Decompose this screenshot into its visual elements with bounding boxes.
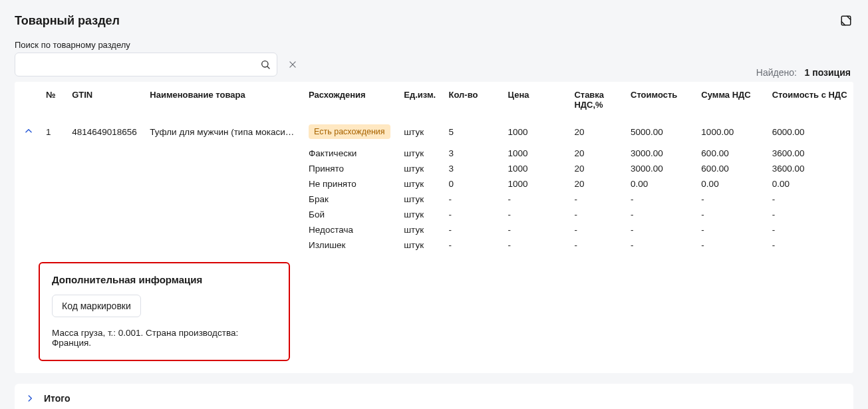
subrow-unit: штук xyxy=(398,161,443,176)
table-subrow: Излишекштук------ xyxy=(15,237,853,253)
subrow-unit: штук xyxy=(398,207,443,222)
table-subrow: Фактическиштук31000203000.00600.003600.0… xyxy=(15,146,853,161)
table-subrow: Бракштук------ xyxy=(15,192,853,207)
subrow-qty: - xyxy=(444,237,503,253)
subrow-vat: - xyxy=(569,207,625,222)
col-name: Наименование товара xyxy=(144,82,303,118)
discrepancy-badge: Есть расхождения xyxy=(309,124,390,139)
found-label: Найдено: xyxy=(756,67,797,78)
subrow-total: - xyxy=(767,207,853,222)
section-title: Товарный раздел xyxy=(15,14,120,28)
subrow-price: - xyxy=(503,192,569,207)
cell-unit: штук xyxy=(398,118,443,146)
subrow-unit: штук xyxy=(398,222,443,237)
svg-line-2 xyxy=(267,67,269,68)
totals-label: Итого xyxy=(44,393,70,404)
col-cost: Стоимость xyxy=(625,82,696,118)
subrow-total: 3600.00 xyxy=(767,146,853,161)
cell-vatsum: 1000.00 xyxy=(696,118,766,146)
subrow-qty: 3 xyxy=(444,146,503,161)
subrow-vat: - xyxy=(569,237,625,253)
subrow-qty: - xyxy=(444,207,503,222)
search-input[interactable] xyxy=(15,53,277,76)
subrow-cost: - xyxy=(625,207,696,222)
subrow-label: Недостача xyxy=(303,222,398,237)
cell-no: 1 xyxy=(41,118,67,146)
col-no: № xyxy=(41,82,67,118)
subrow-vatsum: 600.00 xyxy=(696,146,766,161)
col-unit: Ед.изм. xyxy=(398,82,443,118)
subrow-qty: - xyxy=(444,222,503,237)
col-vat: Ставка НДС,% xyxy=(569,82,625,118)
subrow-price: - xyxy=(503,237,569,253)
subrow-qty: 3 xyxy=(444,161,503,176)
cell-vat: 20 xyxy=(569,118,625,146)
subrow-unit: штук xyxy=(398,146,443,161)
marking-code-button[interactable]: Код маркировки xyxy=(52,295,141,317)
col-vatsum: Сумма НДС xyxy=(696,82,766,118)
table-subrow: Бойштук------ xyxy=(15,207,853,222)
subrow-total: - xyxy=(767,192,853,207)
cell-name: Туфли для мужчин (типа мокасин) … xyxy=(144,118,303,146)
subrow-label: Брак xyxy=(303,192,398,207)
search-icon[interactable] xyxy=(260,59,271,70)
table-subrow: Не принятоштук01000200.000.000.00 xyxy=(15,176,853,192)
subrow-price: - xyxy=(503,207,569,222)
cell-gtin: 4814649018656 xyxy=(67,118,144,146)
subrow-cost: 0.00 xyxy=(625,176,696,192)
subrow-price: 1000 xyxy=(503,176,569,192)
goods-table-card: № GTIN Наименование товара Расхождения Е… xyxy=(15,82,853,373)
subrow-label: Не принято xyxy=(303,176,398,192)
extra-info-block: Дополнительная информация Код маркировки… xyxy=(39,262,290,361)
col-price: Цена xyxy=(503,82,569,118)
subrow-label: Бой xyxy=(303,207,398,222)
subrow-unit: штук xyxy=(398,237,443,253)
extra-info-text: Масса груза, т.: 0.001. Страна производс… xyxy=(52,328,277,348)
subrow-vatsum: 0.00 xyxy=(696,176,766,192)
subrow-price: - xyxy=(503,222,569,237)
found-count: 1 позиция xyxy=(805,67,851,78)
cell-total: 6000.00 xyxy=(767,118,853,146)
col-total: Стоимость с НДС xyxy=(767,82,853,118)
subrow-vatsum: - xyxy=(696,222,766,237)
subrow-label: Излишек xyxy=(303,237,398,253)
subrow-qty: 0 xyxy=(444,176,503,192)
subrow-label: Принято xyxy=(303,161,398,176)
table-row: 1 4814649018656 Туфли для мужчин (типа м… xyxy=(15,118,853,146)
cell-qty: 5 xyxy=(444,118,503,146)
subrow-vatsum: 600.00 xyxy=(696,161,766,176)
subrow-vat: - xyxy=(569,192,625,207)
subrow-vatsum: - xyxy=(696,207,766,222)
subrow-vatsum: - xyxy=(696,237,766,253)
fullscreen-icon[interactable] xyxy=(839,13,853,28)
subrow-cost: - xyxy=(625,237,696,253)
subrow-cost: - xyxy=(625,192,696,207)
subrow-price: 1000 xyxy=(503,146,569,161)
table-subrow: Принятоштук31000203000.00600.003600.00 xyxy=(15,161,853,176)
subrow-vat: 20 xyxy=(569,161,625,176)
chevron-up-icon[interactable] xyxy=(24,126,33,136)
clear-search-icon[interactable] xyxy=(287,59,299,70)
subrow-unit: штук xyxy=(398,176,443,192)
subrow-vat: 20 xyxy=(569,146,625,161)
subrow-total: - xyxy=(767,237,853,253)
totals-panel[interactable]: Итого xyxy=(15,384,853,409)
subrow-qty: - xyxy=(444,192,503,207)
subrow-vatsum: - xyxy=(696,192,766,207)
subrow-unit: штук xyxy=(398,192,443,207)
chevron-right-icon xyxy=(25,394,35,403)
col-qty: Кол-во xyxy=(444,82,503,118)
subrow-total: 0.00 xyxy=(767,176,853,192)
subrow-cost: 3000.00 xyxy=(625,161,696,176)
cell-price: 1000 xyxy=(503,118,569,146)
subrow-price: 1000 xyxy=(503,161,569,176)
table-subrow: Недостачаштук------ xyxy=(15,222,853,237)
extra-info-title: Дополнительная информация xyxy=(52,274,277,285)
svg-rect-0 xyxy=(841,16,851,25)
subrow-cost: - xyxy=(625,222,696,237)
subrow-total: - xyxy=(767,222,853,237)
subrow-total: 3600.00 xyxy=(767,161,853,176)
col-disc: Расхождения xyxy=(303,82,398,118)
cell-cost: 5000.00 xyxy=(625,118,696,146)
subrow-cost: 3000.00 xyxy=(625,146,696,161)
